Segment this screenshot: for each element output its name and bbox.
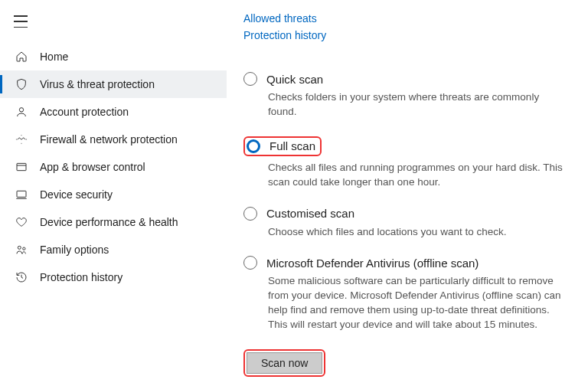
hamburger-menu-icon[interactable] bbox=[14, 15, 29, 28]
option-title: Full scan bbox=[270, 139, 315, 152]
home-icon bbox=[14, 51, 29, 63]
scan-option-offline: Microsoft Defender Antivirus (offline sc… bbox=[243, 256, 567, 332]
option-description: Checks all files and running programmes … bbox=[268, 161, 567, 190]
sidebar-item-family-options[interactable]: Family options bbox=[0, 236, 227, 263]
sidebar-item-device-performance[interactable]: Device performance & health bbox=[0, 208, 227, 236]
family-icon bbox=[14, 244, 29, 256]
option-title: Microsoft Defender Antivirus (offline sc… bbox=[266, 257, 479, 270]
svg-point-6 bbox=[23, 247, 25, 250]
sidebar-item-firewall[interactable]: Firewall & network protection bbox=[0, 126, 227, 153]
radio-full-scan[interactable] bbox=[247, 139, 260, 153]
sidebar-item-protection-history[interactable]: Protection history bbox=[0, 263, 227, 291]
heart-icon bbox=[14, 216, 29, 228]
sidebar-item-home[interactable]: Home bbox=[0, 43, 227, 70]
protection-history-link[interactable]: Protection history bbox=[243, 29, 567, 41]
option-description: Some malicious software can be particula… bbox=[268, 274, 567, 332]
radio-offline-scan[interactable] bbox=[243, 256, 257, 270]
device-icon bbox=[14, 188, 29, 201]
sidebar-item-account-protection[interactable]: Account protection bbox=[0, 98, 227, 126]
svg-rect-1 bbox=[17, 163, 26, 170]
sidebar-item-label: Virus & threat protection bbox=[40, 78, 155, 90]
browser-icon bbox=[14, 161, 29, 173]
radio-custom-scan[interactable] bbox=[243, 207, 257, 221]
sidebar-item-label: Device performance & health bbox=[40, 216, 178, 228]
sidebar-item-label: Firewall & network protection bbox=[40, 133, 178, 146]
sidebar-nav: Home Virus & threat protection Account p… bbox=[0, 43, 227, 291]
scan-now-button[interactable]: Scan now bbox=[247, 352, 322, 374]
account-icon bbox=[14, 106, 29, 118]
sidebar-item-label: Device security bbox=[40, 188, 113, 201]
history-icon bbox=[14, 271, 29, 283]
option-title: Quick scan bbox=[266, 73, 323, 86]
svg-point-5 bbox=[18, 246, 21, 249]
sidebar-item-label: App & browser control bbox=[40, 161, 145, 173]
sidebar-item-label: Home bbox=[40, 51, 68, 63]
highlight-annotation: Full scan bbox=[243, 136, 322, 156]
shield-icon bbox=[14, 78, 29, 90]
svg-rect-3 bbox=[17, 191, 26, 197]
sidebar-item-virus-threat[interactable]: Virus & threat protection bbox=[0, 70, 227, 98]
highlight-annotation: Scan now bbox=[243, 349, 325, 377]
scan-option-custom: Customised scan Choose which files and l… bbox=[243, 207, 567, 240]
main-content: Allowed threats Protection history Quick… bbox=[227, 0, 588, 386]
option-title: Customised scan bbox=[266, 207, 354, 220]
firewall-icon bbox=[14, 133, 29, 146]
sidebar-item-device-security[interactable]: Device security bbox=[0, 181, 227, 208]
scan-option-full: Full scan Checks all files and running p… bbox=[243, 136, 567, 190]
sidebar-item-label: Protection history bbox=[40, 271, 122, 283]
option-description: Checks folders in your system where thre… bbox=[268, 90, 567, 119]
scan-option-quick: Quick scan Checks folders in your system… bbox=[243, 72, 567, 119]
sidebar-item-label: Family options bbox=[40, 244, 109, 256]
sidebar-item-app-browser[interactable]: App & browser control bbox=[0, 153, 227, 181]
sidebar-item-label: Account protection bbox=[40, 106, 129, 118]
radio-quick-scan[interactable] bbox=[243, 72, 257, 86]
svg-point-0 bbox=[19, 108, 23, 112]
option-description: Choose which files and locations you wan… bbox=[268, 225, 567, 240]
allowed-threats-link[interactable]: Allowed threats bbox=[243, 12, 567, 25]
